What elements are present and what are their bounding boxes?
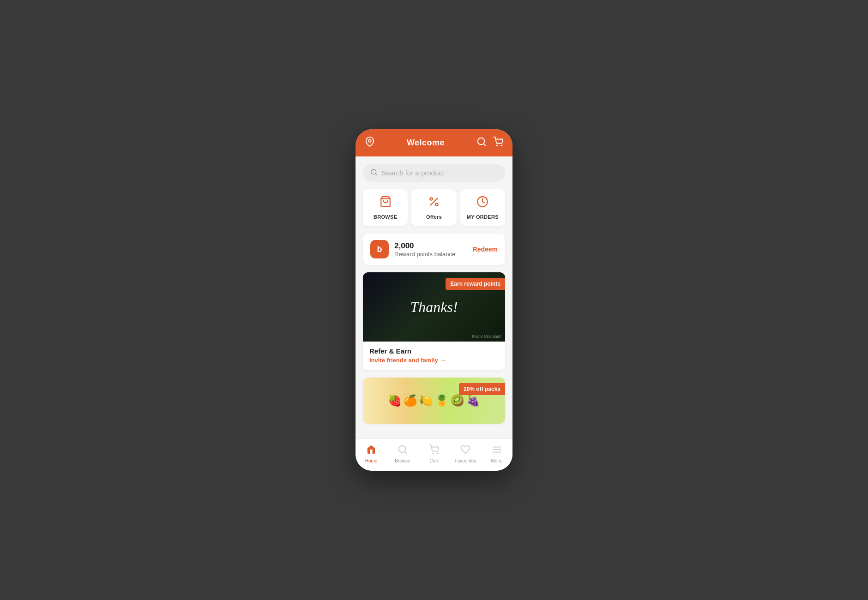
quick-link-my-orders[interactable]: MY ORDERS xyxy=(460,189,505,226)
svg-point-0 xyxy=(368,139,371,142)
promo-content: Refer & Earn Invite friends and family → xyxy=(363,342,505,370)
fruit-1: 🍓 xyxy=(388,394,402,407)
reward-points: 2,000 xyxy=(394,241,467,251)
quick-link-offers[interactable]: Offers xyxy=(411,189,456,226)
menu-icon xyxy=(492,444,502,457)
reward-logo-text: b xyxy=(377,245,382,254)
search-bar[interactable]: Search for a product xyxy=(363,164,505,182)
svg-point-9 xyxy=(430,198,432,200)
fruit-2: 🍊 xyxy=(404,394,417,407)
offers-label: Offers xyxy=(426,214,442,220)
nav-home-label: Home xyxy=(365,458,378,463)
second-promo-card: 🍓 🍊 🍋 🍍 🥝 🍇 20% off packs xyxy=(363,378,505,424)
discount-badge: 20% off packs xyxy=(459,383,505,395)
my-orders-label: MY ORDERS xyxy=(467,214,499,220)
svg-line-8 xyxy=(430,198,437,205)
home-icon xyxy=(366,444,376,457)
promo-image: Thanks! Earn reward points From: Unsplas… xyxy=(363,272,505,342)
nav-home[interactable]: Home xyxy=(356,443,387,465)
nav-menu[interactable]: Menu xyxy=(481,443,512,465)
search-input-icon xyxy=(370,168,378,177)
location-icon[interactable] xyxy=(365,137,375,149)
favourites-icon xyxy=(460,444,470,457)
quick-links: BROWSE Offers xyxy=(363,189,505,226)
fruit-4: 🍍 xyxy=(435,394,449,407)
fruit-5: 🥝 xyxy=(451,394,464,407)
bottom-nav: Home Browse Cart xyxy=(356,438,512,471)
header-title: Welcome xyxy=(407,138,445,148)
second-promo-image: 🍓 🍊 🍋 🍍 🥝 🍇 20% off packs xyxy=(363,378,505,424)
content-area: Search for a product BROWSE xyxy=(356,156,512,438)
header: Welcome xyxy=(356,129,512,156)
reward-label: Reward points balance xyxy=(394,251,467,258)
photo-credit: From: Unsplash xyxy=(472,334,501,339)
reward-logo: b xyxy=(370,240,389,258)
nav-browse[interactable]: Browse xyxy=(387,443,418,465)
svg-line-6 xyxy=(375,174,377,175)
thanks-text: Thanks! xyxy=(410,299,458,316)
redeem-button[interactable]: Redeem xyxy=(473,246,498,253)
cart-nav-icon xyxy=(429,444,439,457)
nav-favourites-label: Favourites xyxy=(455,458,476,463)
reward-info: 2,000 Reward points balance xyxy=(394,241,467,258)
nav-cart[interactable]: Cart xyxy=(418,443,450,465)
browse-label: BROWSE xyxy=(374,214,397,220)
earn-reward-badge: Earn reward points xyxy=(446,278,505,290)
svg-point-14 xyxy=(432,453,433,454)
fruit-3: 🍋 xyxy=(419,394,433,407)
quick-link-browse[interactable]: BROWSE xyxy=(363,189,408,226)
header-icons xyxy=(476,137,503,149)
svg-point-10 xyxy=(435,203,438,205)
nav-menu-label: Menu xyxy=(491,458,502,463)
search-placeholder: Search for a product xyxy=(381,169,444,177)
browse-icon xyxy=(380,196,392,210)
svg-point-15 xyxy=(437,453,438,454)
invite-link[interactable]: Invite friends and family → xyxy=(369,357,499,364)
svg-point-4 xyxy=(501,145,502,146)
nav-favourites[interactable]: Favourites xyxy=(450,443,481,465)
reward-card: b 2,000 Reward points balance Redeem xyxy=(363,234,505,265)
offers-icon xyxy=(428,196,440,210)
nav-browse-label: Browse xyxy=(395,458,410,463)
refer-earn-card: Thanks! Earn reward points From: Unsplas… xyxy=(363,272,505,370)
cart-icon[interactable] xyxy=(493,137,503,149)
phone-frame: Welcome xyxy=(356,129,512,471)
svg-point-3 xyxy=(496,145,497,146)
svg-line-13 xyxy=(404,451,406,453)
svg-line-2 xyxy=(483,144,485,145)
search-icon[interactable] xyxy=(476,137,487,149)
promo-title: Refer & Earn xyxy=(369,347,499,355)
nav-cart-label: Cart xyxy=(430,458,439,463)
my-orders-icon xyxy=(476,196,488,210)
fruit-6: 🍇 xyxy=(466,394,480,407)
browse-nav-icon xyxy=(398,444,408,457)
